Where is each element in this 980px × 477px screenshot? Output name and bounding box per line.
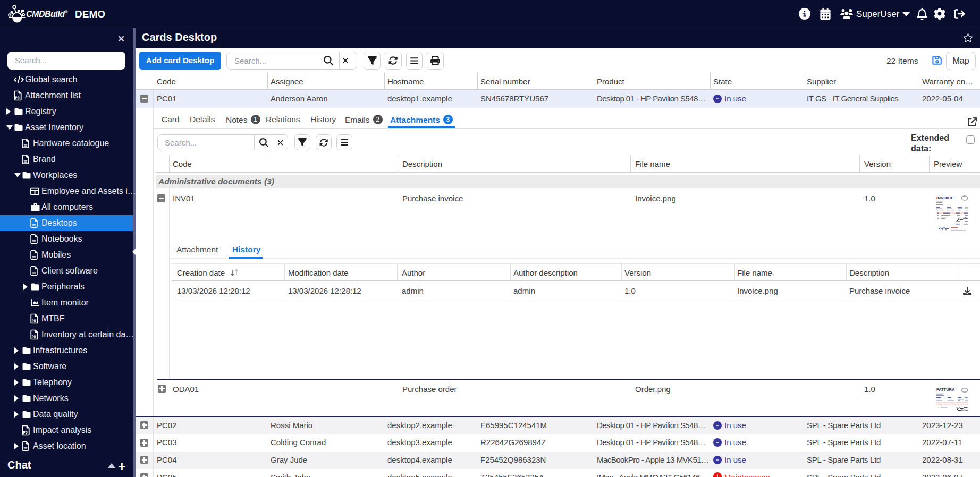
- svg-text:INVOICE: INVOICE: [936, 195, 954, 200]
- svg-text:FATTURA: FATTURA: [936, 387, 955, 392]
